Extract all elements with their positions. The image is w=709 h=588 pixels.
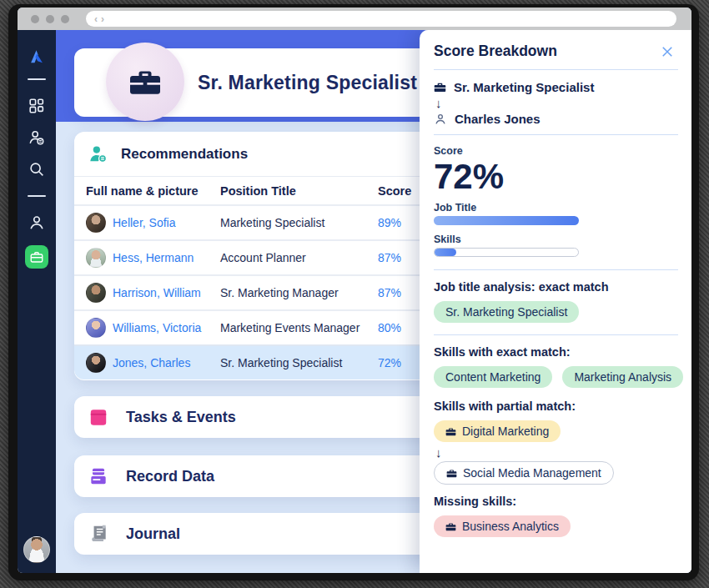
page-title: Sr. Marketing Specialist [198, 48, 417, 117]
dashboard-grid-icon[interactable] [28, 97, 46, 115]
browser-chrome: ‹ › [18, 8, 691, 30]
briefcase-icon [128, 65, 162, 98]
tasks-events-icon [88, 406, 109, 428]
candidate-avatar [86, 318, 106, 338]
skills-progress-bar [434, 248, 579, 257]
table-row[interactable]: Harrison, William Sr. Marketing Manager … [74, 274, 451, 309]
briefcase-icon [445, 521, 456, 532]
job-title-bar-label: Job Title [434, 202, 678, 214]
skills-bar-label: Skills [434, 234, 678, 245]
mapped-skill-pill: Social Media Management [434, 461, 614, 485]
partial-skill-pill: Digital Marketing [434, 420, 561, 442]
browser-window: ‹ › [8, 4, 699, 580]
job-title-progress-bar [434, 216, 579, 225]
table-row[interactable]: Hess, Hermann Account Planner 87% [74, 239, 451, 274]
tasks-events-label: Tasks & Events [126, 409, 236, 426]
back-icon[interactable]: ‹ [94, 13, 101, 25]
candidates-icon[interactable] [28, 128, 46, 147]
window-controls [31, 15, 69, 23]
candidate-name-link[interactable]: Heller, Sofia [113, 216, 175, 229]
column-header-name: Full name & picture [74, 184, 220, 198]
table-row[interactable]: Williams, Victoria Marketing Events Mana… [74, 309, 451, 344]
score-value: 72% [434, 159, 678, 194]
briefcase-icon [446, 468, 457, 479]
panel-job-title: Sr. Marketing Specialist [454, 80, 594, 94]
person-icon [434, 113, 447, 126]
arrow-down-icon: ↓ [435, 97, 678, 109]
missing-skills-heading: Missing skills: [434, 495, 678, 508]
candidate-avatar [86, 283, 106, 303]
candidate-name-link[interactable]: Williams, Victoria [113, 321, 201, 334]
window-close-button[interactable] [31, 15, 39, 23]
exact-skill-pill: Content Marketing [434, 366, 552, 388]
search-icon[interactable] [28, 160, 46, 178]
candidate-position: Sr. Marketing Specialist [220, 356, 378, 369]
jobs-button-active[interactable] [25, 245, 48, 269]
candidate-name-link[interactable]: Harrison, William [113, 286, 201, 299]
panel-title: Score Breakdown [434, 43, 557, 60]
sidebar-navigation [18, 30, 56, 573]
partial-skills-heading: Skills with partial match: [434, 400, 678, 413]
score-breakdown-panel: Score Breakdown Sr. Marketing Specialist… [420, 30, 691, 573]
window-minimize-button[interactable] [46, 15, 54, 23]
panel-candidate-name: Charles Jones [455, 112, 541, 126]
exact-skills-heading: Skills with exact match: [434, 345, 678, 359]
exact-skill-pill: Marketing Analysis [562, 366, 683, 388]
candidate-avatar [86, 213, 106, 233]
candidate-position: Marketing Events Manager [220, 321, 378, 334]
main-content: Sr. Marketing Specialist Recommendations [56, 30, 691, 573]
score-label: Score [434, 145, 678, 157]
table-header: Full name & picture Position Title Score [74, 177, 451, 204]
journal-label: Journal [126, 525, 180, 543]
window-maximize-button[interactable] [61, 15, 69, 23]
app-logo-icon[interactable] [27, 47, 47, 67]
tasks-events-card[interactable]: Tasks & Events [74, 396, 451, 438]
job-title-match-pill: Sr. Marketing Specialist [434, 301, 579, 323]
recommendations-icon [88, 143, 109, 165]
job-avatar [106, 43, 184, 121]
job-title-card: Sr. Marketing Specialist [74, 48, 451, 117]
column-header-position: Position Title [220, 184, 378, 198]
candidate-avatar [86, 248, 106, 268]
journal-icon [88, 523, 109, 545]
missing-skill-pill: Business Analytics [434, 515, 571, 537]
job-title-analysis-heading: Job title analysis: exact match [434, 280, 678, 294]
user-avatar[interactable] [23, 536, 50, 563]
record-data-icon [88, 465, 109, 487]
sidebar-divider [28, 78, 46, 80]
sidebar-divider [28, 195, 46, 197]
arrow-down-icon: ↓ [435, 446, 678, 459]
candidate-position: Sr. Marketing Manager [220, 286, 378, 299]
candidate-name-link[interactable]: Jones, Charles [113, 356, 190, 369]
profile-icon[interactable] [28, 214, 46, 232]
briefcase-icon [445, 426, 456, 437]
url-bar[interactable]: ‹ › [86, 11, 676, 27]
table-row-selected[interactable]: Jones, Charles Sr. Marketing Specialist … [74, 344, 451, 379]
close-icon[interactable] [660, 44, 675, 59]
journal-card[interactable]: Journal [74, 513, 451, 555]
forward-icon[interactable]: › [101, 13, 108, 25]
candidate-position: Marketing Specialist [220, 216, 378, 229]
recommendations-card: Recommendations Full name & picture Posi… [74, 132, 451, 380]
desktop-background: ‹ › [0, 0, 709, 588]
recommendations-title: Recommendations [121, 146, 248, 163]
candidate-avatar [86, 353, 106, 373]
record-data-card[interactable]: Record Data [74, 455, 451, 497]
briefcase-icon [434, 81, 446, 93]
table-row[interactable]: Heller, Sofia Marketing Specialist 89% [74, 204, 451, 239]
candidate-name-link[interactable]: Hess, Hermann [113, 251, 194, 264]
record-data-label: Record Data [126, 468, 214, 485]
candidate-position: Account Planner [220, 251, 378, 264]
